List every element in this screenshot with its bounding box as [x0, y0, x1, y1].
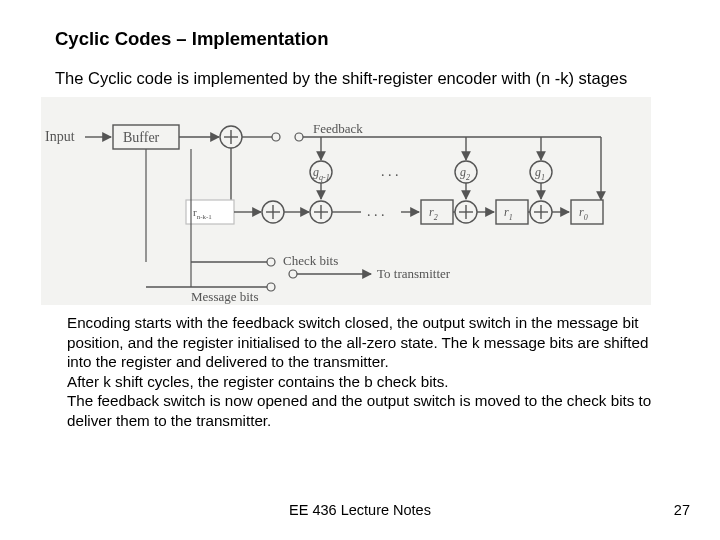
totx-label: To transmitter	[377, 266, 451, 281]
slide-description: Encoding starts with the feedback switch…	[67, 313, 653, 430]
buffer-label: Buffer	[123, 130, 160, 145]
svg-point-8	[272, 133, 280, 141]
checkbits-label: Check bits	[283, 253, 338, 268]
slide-title: Cyclic Codes – Implementation	[55, 28, 665, 50]
svg-text:. . .: . . .	[367, 204, 385, 219]
svg-point-55	[289, 270, 297, 278]
feedback-label: Feedback	[313, 121, 363, 136]
svg-point-52	[267, 258, 275, 266]
input-label: Input	[45, 129, 75, 144]
footer-notes: EE 436 Lecture Notes	[0, 502, 720, 518]
footer-page: 27	[674, 502, 690, 518]
svg-text:. . .: . . .	[381, 164, 399, 179]
shift-register-diagram: Input Buffer Feedback gq-1 g2 g1	[41, 97, 651, 305]
svg-point-9	[295, 133, 303, 141]
slide-intro: The Cyclic code is implemented by the sh…	[55, 68, 665, 89]
svg-point-54	[267, 283, 275, 291]
msgbits-label: Message bits	[191, 289, 259, 304]
